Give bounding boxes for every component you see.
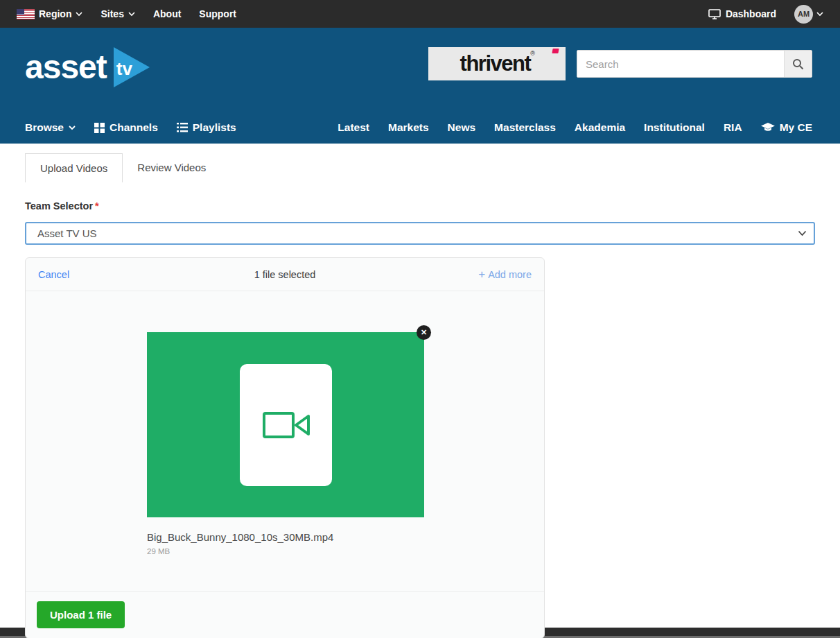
nav-label: My CE <box>780 121 812 134</box>
region-label: Region <box>39 8 71 19</box>
nav-label: News <box>448 121 476 134</box>
search-icon <box>792 58 804 70</box>
chevron-down-icon <box>128 10 135 17</box>
upload-panel-footer: Upload 1 file <box>26 592 544 638</box>
file-size: 29 MB <box>147 547 170 555</box>
file-thumbnail-card <box>240 364 332 486</box>
dashboard-label: Dashboard <box>726 8 776 19</box>
monitor-icon <box>708 9 721 19</box>
dashboard-link[interactable]: Dashboard <box>708 8 776 19</box>
chevron-down-icon <box>69 124 76 131</box>
close-icon: ✕ <box>421 328 427 337</box>
nav-item-playlists[interactable]: Playlists <box>177 121 236 134</box>
chevron-down-icon <box>76 10 82 17</box>
nav-label: Markets <box>388 121 429 134</box>
thrivent-wordmark: thrivent® <box>460 51 534 76</box>
nav-label: Akademia <box>575 121 625 134</box>
tab-review-videos[interactable]: Review Videos <box>123 153 220 182</box>
team-selector-select[interactable]: Asset TV US <box>25 222 815 245</box>
list-icon <box>177 123 188 132</box>
search-bar <box>577 50 812 78</box>
support-label: Support <box>199 8 236 19</box>
nav-label: Latest <box>338 121 369 134</box>
nav-label: Playlists <box>193 121 236 134</box>
video-camera-icon <box>263 412 310 438</box>
support-link[interactable]: Support <box>199 8 236 19</box>
avatar: AM <box>794 5 813 24</box>
search-button[interactable] <box>784 51 812 77</box>
team-selector-label-text: Team Selector <box>25 200 93 212</box>
nav-item-markets[interactable]: Markets <box>388 121 429 134</box>
nav-item-institutional[interactable]: Institutional <box>644 121 705 134</box>
main-navigation: Browse Channels <box>0 121 840 134</box>
registered-mark: ® <box>530 50 534 57</box>
upload-panel-body: ✕ Big_Buck_Bunny_1080_10s_30MB.mp4 29 MB <box>26 291 544 592</box>
nav-label: RIA <box>724 121 742 134</box>
play-triangle-icon: tv <box>114 47 150 87</box>
nav-label: Browse <box>25 121 64 134</box>
sites-label: Sites <box>100 8 123 19</box>
chevron-down-icon <box>816 10 823 17</box>
nav-label: Masterclass <box>494 121 556 134</box>
user-menu[interactable]: AM <box>794 5 823 24</box>
header-right-group: thrivent® <box>428 47 812 80</box>
sites-menu[interactable]: Sites <box>100 8 134 19</box>
search-input[interactable] <box>577 51 784 77</box>
about-link[interactable]: About <box>153 8 181 19</box>
logo-tv-text: tv <box>116 58 132 80</box>
nav-item-channels[interactable]: Channels <box>94 121 158 134</box>
team-selector-label: Team Selector* <box>25 200 815 212</box>
required-asterisk: * <box>95 200 99 212</box>
topbar-left-group: Region Sites About Support <box>17 8 236 19</box>
chevron-down-icon <box>798 230 807 236</box>
file-name: Big_Buck_Bunny_1080_10s_30MB.mp4 <box>147 531 333 543</box>
upload-button[interactable]: Upload 1 file <box>37 601 125 628</box>
thrivent-text: thrivent <box>460 51 531 76</box>
upload-panel: Cancel 1 file selected + Add more ✕ Big_… <box>25 257 545 638</box>
site-header: asset tv thrivent® <box>0 28 840 144</box>
nav-label: Channels <box>110 121 158 134</box>
nav-item-news[interactable]: News <box>448 121 476 134</box>
asset-tv-logo[interactable]: asset tv <box>25 47 150 87</box>
nav-label: Institutional <box>644 121 705 134</box>
tab-upload-videos[interactable]: Upload Videos <box>25 153 123 182</box>
main-content: Upload Videos Review Videos Team Selecto… <box>0 144 840 628</box>
nav-item-browse[interactable]: Browse <box>25 121 76 134</box>
nav-left-group: Browse Channels <box>25 121 236 134</box>
about-label: About <box>153 8 181 19</box>
team-selector-value: Asset TV US <box>37 227 97 239</box>
tab-bar: Upload Videos Review Videos <box>25 153 815 182</box>
top-utility-bar: Region Sites About Support Dashboard AM <box>0 0 840 28</box>
nav-item-akademia[interactable]: Akademia <box>575 121 625 134</box>
grid-icon <box>94 123 105 133</box>
file-thumbnail: ✕ <box>147 332 424 517</box>
files-selected-status: 1 file selected <box>254 269 316 280</box>
topbar-right-group: Dashboard AM <box>708 5 823 24</box>
us-flag-icon <box>17 9 35 19</box>
cancel-button[interactable]: Cancel <box>38 269 69 280</box>
thrivent-accent <box>552 49 559 53</box>
logo-wordmark: asset <box>25 51 107 84</box>
header-top-row: asset tv thrivent® <box>0 28 840 87</box>
region-menu[interactable]: Region <box>17 8 82 19</box>
add-more-label: Add more <box>488 269 532 280</box>
upload-panel-header: Cancel 1 file selected + Add more <box>26 258 544 291</box>
nav-right-group: Latest Markets News Masterclass Akademia… <box>338 121 812 134</box>
plus-icon: + <box>478 268 485 280</box>
remove-file-button[interactable]: ✕ <box>417 325 431 340</box>
graduation-cap-icon <box>761 123 775 132</box>
nav-item-ria[interactable]: RIA <box>724 121 742 134</box>
nav-item-my-ce[interactable]: My CE <box>761 121 812 134</box>
nav-item-masterclass[interactable]: Masterclass <box>494 121 556 134</box>
add-more-button[interactable]: + Add more <box>478 268 532 280</box>
nav-item-latest[interactable]: Latest <box>338 121 369 134</box>
thrivent-logo: thrivent® <box>428 47 566 80</box>
